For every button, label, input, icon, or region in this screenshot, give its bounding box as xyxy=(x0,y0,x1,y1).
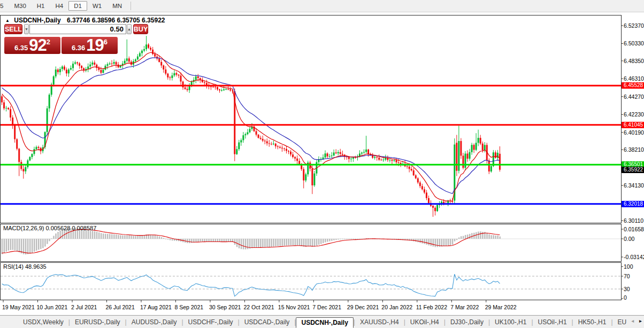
date-label: 17 Aug 2021 xyxy=(140,304,172,310)
price-tick-label: 6.48350 xyxy=(624,58,644,64)
macd-tick-label: -0.03142 xyxy=(624,254,644,260)
price-chart-canvas[interactable] xyxy=(0,12,644,315)
rsi-tick-label: 100 xyxy=(624,263,633,270)
price-tick-label: 6.50330 xyxy=(624,40,644,46)
date-label: 29 Dec 2021 xyxy=(347,304,379,310)
chart-tab-usdcnh-daily[interactable]: USDCNH-,Daily xyxy=(296,317,353,328)
chart-tab-audusd-daily[interactable]: AUDUSD-,Daily xyxy=(127,317,182,327)
chart-tab-hk50-h1[interactable]: HK50-,H1 xyxy=(573,317,611,327)
chart-tab-ukoil-h4[interactable]: UKOil-,H4 xyxy=(405,317,444,327)
buy-price-prefix: 6.36 xyxy=(72,44,85,52)
price-axis[interactable]: 6.523706.503306.483506.463106.442706.422… xyxy=(624,12,644,315)
chart-tab-bar: USDX,Weekly|EURUSD-,Daily|AUDUSD-,Daily|… xyxy=(0,315,644,328)
timeframe-button-h4[interactable]: H4 xyxy=(50,1,68,11)
rsi-indicator-label: RSI(14) 48.9635 xyxy=(3,263,47,270)
price-tick-label: 6.44270 xyxy=(624,93,644,100)
price-badge-6.41045: 6.41045 xyxy=(622,122,644,128)
chart-tab-uk100-h1[interactable]: UK100-,H1 xyxy=(490,317,531,327)
timeframe-button-w1[interactable]: W1 xyxy=(87,1,107,11)
date-label: 8 Sep 2021 xyxy=(174,304,203,310)
date-label: 10 Jun 2021 xyxy=(37,304,68,310)
macd-tick-label: 0.00 xyxy=(624,236,634,242)
buy-price-pips: 19 xyxy=(86,37,103,53)
buy-price-point: 6 xyxy=(104,38,108,46)
buy-button[interactable]: BUY xyxy=(133,24,148,34)
date-label: 29 Mar 2022 xyxy=(485,304,517,310)
macd-indicator-label: MACD(12,26,9) 0.005628 0.008587 xyxy=(3,225,96,231)
chart-ohlc-values: 6.37746 6.38596 6.35705 6.35922 xyxy=(67,17,165,24)
volume-decrease-button[interactable]: ▼ xyxy=(24,24,29,34)
trading-platform-window: 5M30H1H4D1W1MN ▲ USDCNH-,Daily 6.37746 6… xyxy=(0,0,644,328)
timeframe-toolbar: 5M30H1H4D1W1MN xyxy=(0,0,644,12)
timeframe-button-h1[interactable]: H1 xyxy=(32,1,50,11)
price-tick-label: 6.40190 xyxy=(624,129,644,136)
price-tick-label: 6.34130 xyxy=(624,182,644,189)
price-tick-label: 6.30110 xyxy=(624,217,643,224)
chart-tab-usoil-h1[interactable]: USOil-,H1 xyxy=(533,317,572,327)
volume-increase-button[interactable]: ▲ xyxy=(127,24,132,34)
buy-price-display[interactable]: 6.36 19 6 xyxy=(62,37,118,54)
chart-tab-usdchf-daily[interactable]: USDCHF-,Daily xyxy=(183,317,238,327)
price-tick-label: 6.42230 xyxy=(624,111,644,118)
sell-price-prefix: 6.35 xyxy=(14,44,28,52)
chart-tab-eu[interactable]: EU xyxy=(613,317,632,327)
rsi-tick-label: 0 xyxy=(624,294,627,301)
price-tick-label: 6.38210 xyxy=(624,146,644,153)
timeframe-button-mn[interactable]: MN xyxy=(107,1,127,11)
timeframe-button-m30[interactable]: M30 xyxy=(9,1,31,11)
rsi-tick-label: 30 xyxy=(624,286,630,292)
tab-scroll-arrows: ◂ ▸ xyxy=(631,318,642,324)
price-badge-6.35922: 6.35922 xyxy=(622,167,644,173)
date-label: 7 Dec 2021 xyxy=(312,304,341,310)
timeframe-button-5[interactable]: 5 xyxy=(0,1,9,11)
chart-symbol-label: USDCNH-,Daily xyxy=(14,17,60,24)
sell-price-pips: 92 xyxy=(29,37,46,53)
price-tick-label: 6.46310 xyxy=(624,75,644,82)
chart-tab-usdcad-daily[interactable]: USDCAD-,Daily xyxy=(240,317,295,327)
rsi-tick-label: 70 xyxy=(624,273,630,279)
date-label: 19 May 2021 xyxy=(2,304,35,310)
date-label: 15 Nov 2021 xyxy=(278,304,310,310)
sell-price-display[interactable]: 6.35 92 2 xyxy=(4,37,60,54)
chevron-down-icon: ▼ xyxy=(25,27,28,31)
date-label: 20 Jan 2022 xyxy=(381,304,412,310)
date-label: 22 Oct 2021 xyxy=(243,304,274,310)
price-badge-6.32018: 6.32018 xyxy=(622,201,644,207)
price-tick-label: 6.52370 xyxy=(624,22,644,29)
chart-tab-usdx-weekly[interactable]: USDX,Weekly xyxy=(18,317,68,327)
volume-input[interactable] xyxy=(29,24,126,34)
chart-tab-dj30-daily[interactable]: DJ30-,Daily xyxy=(446,317,488,327)
date-label: 7 Mar 2022 xyxy=(450,304,479,310)
chevron-up-icon: ▲ xyxy=(127,27,131,31)
macd-tick-label: 0.016586 xyxy=(624,226,644,232)
date-label: 2 Jul 2021 xyxy=(71,304,97,310)
date-label: 26 Jul 2021 xyxy=(105,304,134,310)
scroll-left-icon[interactable]: ◂ xyxy=(631,318,634,324)
sell-button[interactable]: SELL xyxy=(4,24,22,34)
one-click-trade-panel: SELL ▼ ▲ BUY 6.35 92 2 6.36 19 xyxy=(4,24,120,54)
toolbar-divider xyxy=(131,2,131,10)
timeframe-button-d1[interactable]: D1 xyxy=(68,1,87,11)
scroll-right-icon[interactable]: ▸ xyxy=(639,318,642,324)
chart-title: ▲ USDCNH-,Daily 6.37746 6.38596 6.35705 … xyxy=(5,17,165,24)
chart-tab-eurusd-daily[interactable]: EURUSD-,Daily xyxy=(70,317,125,327)
collapse-icon[interactable]: ▲ xyxy=(5,18,10,23)
time-axis[interactable]: 19 May 202110 Jun 20212 Jul 202126 Jul 2… xyxy=(0,301,644,315)
chart-tab-xauusd-h4[interactable]: XAUUSD-,H4 xyxy=(355,317,404,327)
sell-price-point: 2 xyxy=(47,38,50,46)
chart-region: ▲ USDCNH-,Daily 6.37746 6.38596 6.35705 … xyxy=(0,12,644,315)
price-badge-6.45528: 6.45528 xyxy=(622,82,644,89)
date-label: 30 Sep 2021 xyxy=(209,304,241,310)
date-label: 11 Feb 2022 xyxy=(416,304,447,310)
